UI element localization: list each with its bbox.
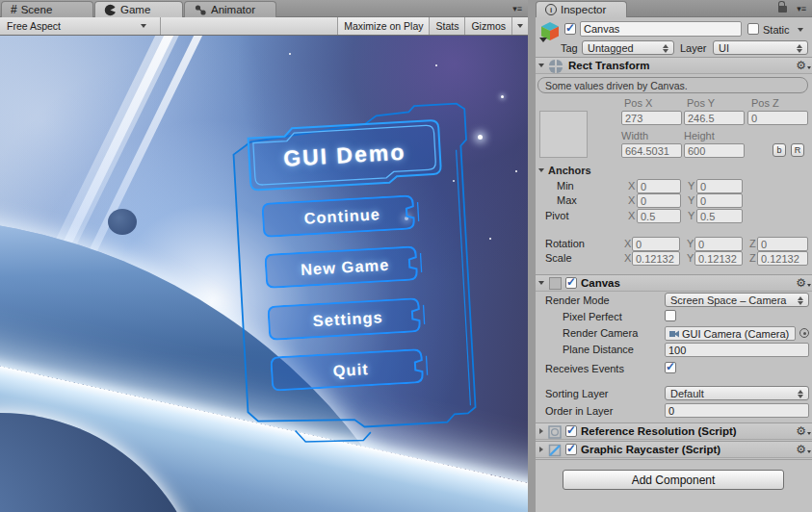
tab-game[interactable]: Game (94, 1, 183, 17)
render-camera-object-field[interactable]: GUI Camera (Camera) (665, 326, 796, 341)
game-icon (104, 4, 117, 16)
star (289, 53, 291, 55)
blueprint-mode-button[interactable]: b (773, 143, 786, 157)
tab-inspector[interactable]: i Inspector (536, 1, 627, 17)
popup-arrow-icon (797, 44, 803, 53)
star (515, 170, 517, 172)
width-field[interactable]: 664.5031 (621, 143, 682, 158)
object-picker-icon[interactable] (799, 328, 809, 338)
moon (108, 209, 137, 235)
rect-transform-icon (548, 59, 563, 74)
tab-animator[interactable]: Animator (184, 1, 276, 17)
foldout-icon[interactable] (539, 447, 543, 452)
tab-scene[interactable]: # Scene (1, 1, 93, 17)
anchor-max-x-field[interactable]: 0 (637, 193, 681, 208)
reference-resolution-header[interactable]: Reference Resolution (Script) ⚙ (536, 422, 812, 440)
scale-x-field[interactable]: 0.12132 (632, 251, 680, 266)
star (435, 64, 437, 66)
chevron-down-icon (141, 24, 146, 28)
gizmos-dropdown-arrow[interactable] (511, 17, 528, 35)
plane-distance-field[interactable]: 100 (665, 343, 809, 357)
gameobject-name-field[interactable]: Canvas (580, 21, 742, 37)
scene-grid-icon: # (11, 3, 17, 16)
gear-icon[interactable]: ⚙ (796, 443, 806, 456)
star (501, 95, 504, 98)
animator-icon (194, 4, 207, 16)
gear-icon[interactable]: ⚙ (796, 276, 806, 290)
window-menu-icon[interactable]: ▾≡ (512, 4, 522, 13)
graphic-raycaster-icon (548, 444, 562, 457)
gameobject-cube-icon (538, 20, 562, 44)
rotation-y-field[interactable]: 0 (694, 237, 743, 251)
camera-icon (668, 329, 680, 338)
scale-z-field[interactable]: 0.12132 (757, 251, 808, 266)
menu-title: GUI Demo (248, 120, 441, 191)
driven-values-notice: Some values driven by Canvas. (537, 77, 808, 93)
gameobject-enabled-checkbox[interactable] (564, 23, 576, 35)
rect-transform-header[interactable]: Rect Transform ⚙ (536, 57, 812, 74)
pivot-x-field[interactable]: 0.5 (637, 209, 681, 223)
popup-arrow-icon (663, 44, 669, 53)
receives-events-checkbox[interactable] (665, 362, 676, 373)
anchor-min-y-field[interactable]: 0 (696, 179, 743, 193)
anchors-foldout-icon[interactable] (538, 168, 544, 172)
render-mode-dropdown[interactable]: Screen Space – Camera (665, 293, 809, 307)
inspector-panel: i Inspector ▾≡ Canvas Static Tag Untagge… (536, 0, 812, 512)
popup-arrow-icon (798, 390, 804, 398)
component-enabled-checkbox[interactable] (565, 444, 577, 455)
static-checkbox[interactable] (747, 23, 759, 35)
component-enabled-checkbox[interactable] (565, 425, 577, 437)
chevron-down-icon (517, 24, 523, 28)
gear-icon[interactable]: ⚙ (796, 59, 806, 72)
pos-z-field[interactable]: 0 (747, 111, 808, 125)
anchor-min-x-field[interactable]: 0 (637, 179, 681, 193)
pos-x-field[interactable]: 273 (621, 111, 682, 125)
canvas-icon (549, 277, 562, 290)
foldout-icon[interactable] (538, 64, 544, 67)
pos-y-field[interactable]: 246.5 (684, 111, 745, 125)
game-viewport: GUI Demo Continue New Game Settings Quit (0, 36, 528, 512)
pivot-y-field[interactable]: 0.5 (696, 209, 743, 223)
tag-dropdown[interactable]: Untagged (582, 40, 674, 55)
layer-dropdown[interactable]: UI (713, 40, 808, 55)
aspect-dropdown[interactable]: Free Aspect (0, 17, 161, 35)
left-tabbar: # Scene Game Animator ▾≡ (0, 0, 528, 17)
rotation-z-field[interactable]: 0 (757, 237, 808, 251)
foldout-icon[interactable] (538, 281, 544, 285)
canvas-component-header[interactable]: Canvas ⚙ (536, 274, 812, 292)
scale-y-field[interactable]: 0.12132 (694, 251, 743, 266)
order-in-layer-field[interactable]: 0 (665, 403, 809, 418)
game-menu-panel: GUI Demo Continue New Game Settings Quit (220, 93, 518, 467)
canvas-enabled-checkbox[interactable] (565, 277, 577, 289)
window-menu-icon[interactable]: ▾≡ (797, 4, 806, 13)
gizmos-button[interactable]: Gizmos (464, 17, 511, 35)
raw-edit-mode-button[interactable]: R (791, 143, 804, 157)
stats-button[interactable]: Stats (429, 17, 464, 35)
height-field[interactable]: 600 (684, 143, 745, 158)
info-icon: i (545, 4, 557, 15)
sorting-layer-dropdown[interactable]: Default (665, 386, 809, 400)
rect-preview-box (539, 111, 588, 158)
rotation-x-field[interactable]: 0 (632, 237, 680, 251)
game-panel: # Scene Game Animator ▾≡ Free Aspect Max… (0, 0, 528, 512)
graphic-raycaster-header[interactable]: Graphic Raycaster (Script) ⚙ (536, 441, 812, 458)
anchor-max-y-field[interactable]: 0 (696, 193, 743, 208)
static-dropdown-arrow[interactable] (798, 28, 803, 32)
game-toolbar: Free Aspect Maximize on Play Stats Gizmo… (0, 17, 528, 36)
pixel-perfect-checkbox[interactable] (665, 310, 676, 321)
lock-icon[interactable] (778, 6, 787, 13)
popup-arrow-icon (798, 296, 804, 305)
maximize-on-play-button[interactable]: Maximize on Play (337, 17, 429, 35)
gear-icon[interactable]: ⚙ (796, 424, 806, 438)
foldout-icon[interactable] (539, 428, 543, 434)
reference-resolution-icon (548, 425, 562, 439)
inspector-tabbar: i Inspector ▾≡ (536, 0, 812, 17)
add-component-button[interactable]: Add Component (563, 470, 784, 490)
